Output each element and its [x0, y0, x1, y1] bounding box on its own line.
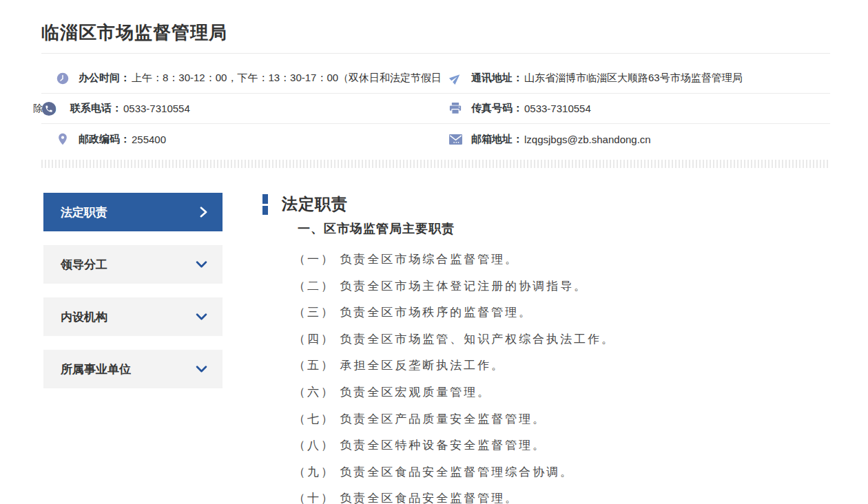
mail-icon: [448, 134, 463, 145]
main-content: 法定职责 一、区市场监管局主要职责 （一） 负责全区市场综合监督管理。 （二） …: [262, 193, 830, 504]
clock-icon: [55, 72, 70, 85]
sidebar-item-label: 领导分工: [61, 257, 107, 273]
address-value: 山东省淄博市临淄区大顺路63号市场监督管理局: [524, 72, 743, 85]
duty-item: （七） 负责全区产品质量安全监督管理。: [293, 406, 830, 433]
section-accent-bar: [262, 194, 268, 215]
chevron-down-icon: [196, 261, 207, 268]
duty-item: （九） 负责全区食品安全监督管理综合协调。: [293, 459, 830, 486]
postal-code-label: 邮政编码：: [79, 133, 130, 146]
sidebar-item-label: 内设机构: [61, 309, 107, 325]
contact-row-3: 邮政编码： 255400 邮箱地址： lzqgsjbgs@zb.shandong…: [41, 124, 830, 154]
contact-fax: 传真号码： 0533-7310554: [446, 102, 830, 115]
sidebar-item-subordinate-units[interactable]: 所属事业单位: [43, 350, 223, 388]
email-value: lzqgsjbgs@zb.shandong.cn: [524, 134, 651, 145]
page: 临淄区市场监督管理局 办公时间： 上午：8：30-12：00，下午：13：30-…: [0, 0, 868, 504]
map-pin-icon: [55, 133, 70, 145]
email-label: 邮箱地址：: [471, 133, 523, 146]
chevron-right-icon: [200, 207, 207, 218]
phone-value: 0533-7310554: [123, 103, 190, 114]
hatched-divider: [41, 160, 830, 168]
contact-row-2: 除外） 联系电话： 0533-7310554 传真号码： 0533-731055…: [41, 94, 830, 124]
send-icon: [448, 72, 463, 84]
contact-email: 邮箱地址： lzqgsjbgs@zb.shandong.cn: [446, 133, 830, 146]
duty-item: （一） 负责全区市场综合监督管理。: [293, 246, 830, 273]
office-hours-overflow-text: 除外）: [33, 103, 62, 115]
fax-label: 传真号码：: [471, 102, 523, 115]
duties-list: （一） 负责全区市场综合监督管理。 （二） 负责全区市场主体登记注册的协调指导。…: [293, 246, 830, 504]
duty-item: （十） 负责全区食品安全监督管理。: [293, 485, 830, 504]
chevron-down-icon: [196, 366, 207, 372]
contact-row-1: 办公时间： 上午：8：30-12：00，下午：13：30-17：00（双休日和法…: [41, 63, 830, 94]
contact-postal-code: 邮政编码： 255400: [41, 133, 446, 146]
duty-item: （五） 承担全区反垄断执法工作。: [293, 353, 830, 379]
duty-item: （二） 负责全区市场主体登记注册的协调指导。: [293, 273, 830, 300]
contact-office-hours: 办公时间： 上午：8：30-12：00，下午：13：30-17：00（双休日和法…: [41, 72, 446, 85]
sidebar-item-leadership[interactable]: 领导分工: [43, 245, 223, 284]
chevron-down-icon: [196, 313, 207, 320]
phone-icon: [41, 101, 56, 116]
phone-label: 联系电话：: [70, 102, 122, 115]
sidebar-item-label: 所属事业单位: [61, 361, 131, 377]
fax-value: 0533-7310554: [524, 103, 591, 114]
duty-item: （三） 负责全区市场秩序的监督管理。: [293, 300, 830, 326]
office-hours-label: 办公时间：: [79, 72, 130, 85]
contact-phone: 除外） 联系电话： 0533-7310554: [41, 102, 446, 115]
address-label: 通讯地址：: [471, 72, 523, 85]
contact-address: 通讯地址： 山东省淄博市临淄区大顺路63号市场监督管理局: [446, 72, 830, 85]
section-title: 法定职责: [282, 193, 348, 215]
sidebar-item-legal-duties[interactable]: 法定职责: [43, 193, 223, 231]
fax-icon: [448, 103, 463, 114]
office-hours-value: 上午：8：30-12：00，下午：13：30-17：00（双休日和法定节假日: [132, 72, 442, 85]
section-subtitle: 一、区市场监管局主要职责: [298, 220, 830, 237]
duty-item: （八） 负责全区特种设备安全监督管理。: [293, 432, 830, 459]
duty-item: （六） 负责全区宏观质量管理。: [293, 379, 830, 406]
postal-code-value: 255400: [132, 134, 166, 145]
sidebar-item-internal-org[interactable]: 内设机构: [43, 297, 223, 336]
duty-item: （四） 负责全区市场监管、知识产权综合执法工作。: [293, 326, 830, 353]
page-title: 临淄区市场监督管理局: [41, 0, 830, 45]
sidebar-item-label: 法定职责: [61, 204, 107, 220]
sidebar-nav: 法定职责 领导分工 内设机构: [43, 193, 223, 504]
contact-info-section: 办公时间： 上午：8：30-12：00，下午：13：30-17：00（双休日和法…: [41, 53, 830, 168]
